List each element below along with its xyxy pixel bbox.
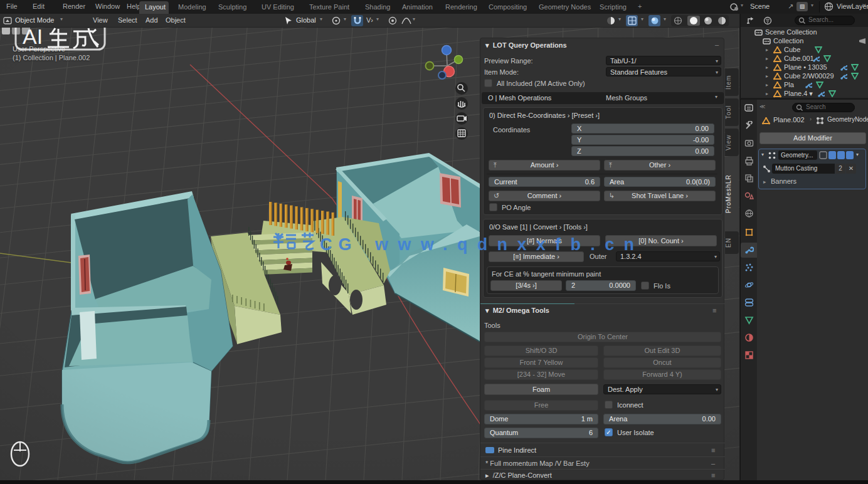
svg-text:CG: CG — [320, 235, 358, 254]
svg-text:www.qdnxxfb.cn: www.qdnxxfb.cn — [374, 235, 642, 254]
